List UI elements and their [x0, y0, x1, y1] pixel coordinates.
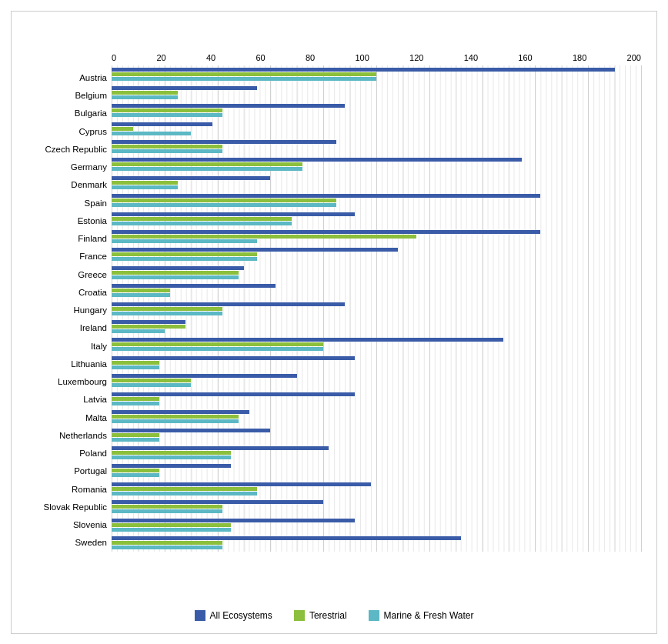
bar-marine-fresh	[112, 222, 292, 225]
bar-all-ecosystems	[112, 176, 270, 180]
bar-all-ecosystems	[112, 482, 371, 486]
bar-terrestrial	[112, 289, 170, 292]
bar-all-ecosystems	[112, 122, 212, 126]
bar-terrestrial	[112, 451, 231, 455]
bar-terrestrial	[112, 271, 239, 275]
bar-terrestrial	[112, 252, 257, 256]
bar-marine-fresh	[112, 509, 222, 513]
bar-marine-fresh	[112, 113, 222, 117]
bar-group	[112, 139, 641, 155]
bar-terrestrial	[112, 181, 178, 185]
bar-all-ecosystems	[112, 320, 185, 324]
bar-group	[112, 103, 641, 118]
y-label: Spain	[27, 195, 112, 211]
bar-group	[112, 535, 641, 550]
bars-grid	[112, 65, 641, 552]
bar-group	[112, 157, 641, 172]
chart-title	[27, 24, 641, 43]
y-label: Cyprus	[27, 124, 112, 139]
bar-all-ecosystems	[112, 536, 461, 540]
bar-group	[112, 67, 641, 82]
bar-all-ecosystems	[112, 158, 522, 162]
x-tick-label: 180	[573, 53, 586, 62]
bar-all-ecosystems	[112, 356, 355, 360]
x-tick-label: 20	[156, 53, 165, 62]
x-tick-label: 200	[627, 53, 641, 62]
bar-all-ecosystems	[112, 266, 244, 270]
bar-group	[112, 373, 641, 389]
grid-line	[641, 65, 642, 552]
bar-terrestrial	[112, 108, 222, 112]
bar-all-ecosystems	[112, 104, 345, 108]
legend-label: All Ecosystems	[210, 610, 272, 621]
bar-group	[112, 463, 641, 479]
x-tick-label: 40	[206, 53, 215, 62]
chart-container: AustriaBelgiumBulgariaCyprusCzech Republ…	[11, 11, 657, 634]
bar-group	[112, 85, 641, 100]
y-label: Romania	[27, 482, 112, 497]
y-label: France	[27, 249, 112, 264]
bar-all-ecosystems	[112, 230, 540, 234]
bar-terrestrial	[112, 541, 222, 545]
y-label: Estonia	[27, 213, 112, 229]
bar-terrestrial	[112, 415, 239, 419]
legend-label: Terestrial	[309, 610, 347, 621]
legend-item: Marine & Fresh Water	[369, 610, 474, 621]
bar-all-ecosystems	[112, 140, 336, 144]
bar-marine-fresh	[112, 167, 302, 171]
bar-group	[112, 265, 641, 280]
bar-all-ecosystems	[112, 302, 345, 306]
bar-group	[112, 355, 641, 370]
legend-item: All Ecosystems	[195, 610, 272, 621]
bar-terrestrial	[112, 379, 191, 382]
bar-marine-fresh	[112, 312, 222, 315]
y-label: Finland	[27, 231, 112, 246]
bar-terrestrial	[112, 72, 376, 76]
x-axis-labels: 020406080100120140160180200	[112, 50, 641, 65]
bar-marine-fresh	[112, 528, 231, 532]
y-label: Portugal	[27, 463, 112, 479]
y-label: Austria	[27, 70, 112, 85]
bar-all-ecosystems	[112, 429, 270, 432]
bar-group	[112, 247, 641, 262]
bar-group	[112, 427, 641, 442]
bar-group	[112, 337, 641, 352]
y-label: Latvia	[27, 392, 112, 407]
bar-marine-fresh	[112, 402, 159, 405]
x-tick-label: 100	[355, 53, 369, 62]
bar-all-ecosystems	[112, 410, 249, 414]
bar-group	[112, 409, 641, 425]
bar-marine-fresh	[112, 257, 257, 261]
bar-terrestrial	[112, 199, 336, 202]
bar-terrestrial	[112, 307, 222, 311]
x-tick-label: 80	[306, 53, 315, 62]
y-label: Belgium	[27, 88, 112, 103]
y-label: Greece	[27, 267, 112, 282]
bar-terrestrial	[112, 469, 159, 472]
y-label: Netherlands	[27, 428, 112, 443]
bar-terrestrial	[112, 433, 159, 437]
bar-group	[112, 301, 641, 316]
y-label: Slovak Republic	[27, 499, 112, 515]
y-label: Denmark	[27, 177, 112, 192]
legend-color-box	[195, 610, 205, 621]
bar-group	[112, 175, 641, 190]
bar-terrestrial	[112, 145, 222, 148]
bar-marine-fresh	[112, 492, 257, 496]
legend-color-box	[294, 610, 305, 621]
bar-terrestrial	[112, 505, 222, 509]
bar-all-ecosystems	[112, 212, 355, 216]
bar-marine-fresh	[112, 77, 376, 81]
bar-marine-fresh	[112, 438, 159, 442]
bar-all-ecosystems	[112, 338, 503, 342]
legend: All EcosystemsTerestrialMarine & Fresh W…	[12, 610, 656, 621]
y-label: Ireland	[27, 320, 112, 335]
bar-terrestrial	[112, 397, 159, 401]
bar-all-ecosystems	[112, 464, 231, 468]
plot-area: 020406080100120140160180200	[112, 50, 641, 552]
bar-group	[112, 283, 641, 299]
bar-marine-fresh	[112, 329, 165, 333]
legend-label: Marine & Fresh Water	[384, 610, 474, 621]
x-tick-label: 60	[256, 53, 265, 62]
bar-terrestrial	[112, 361, 159, 365]
